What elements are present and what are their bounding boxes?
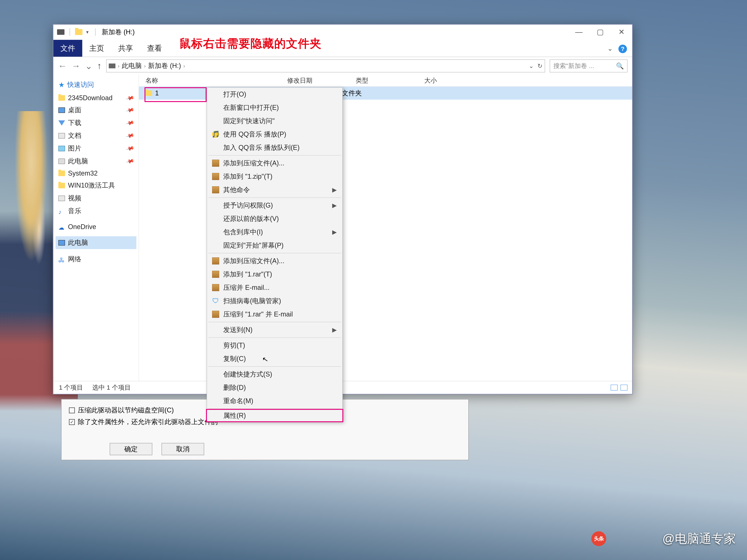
cancel-button[interactable]: 取消 — [161, 443, 204, 455]
sidebar-quick-access[interactable]: ★ 快速访问 — [56, 78, 136, 91]
address-dropdown-icon[interactable]: ⌄ — [529, 62, 534, 70]
menu-item-icon — [212, 173, 219, 180]
status-bar: 1 个项目 选中 1 个项目 — [53, 381, 632, 394]
up-button[interactable]: ↑ — [97, 61, 102, 71]
menu-item[interactable]: 发送到(N)▶ — [207, 323, 342, 337]
menu-item[interactable]: 其他命令▶ — [207, 183, 342, 196]
sidebar-item[interactable]: WIN10激活工具 — [56, 179, 136, 192]
menu-item-label: 还原以前的版本(V) — [223, 214, 279, 223]
menu-item[interactable]: 授予访问权限(G)▶ — [207, 199, 342, 212]
sidebar-item[interactable]: 桌面📌 — [56, 104, 136, 116]
menu-item[interactable]: 固定到"开始"屏幕(P) — [207, 239, 342, 252]
sidebar-item-label: 桌面 — [68, 106, 81, 115]
pic-icon — [58, 146, 65, 151]
close-button[interactable]: ✕ — [611, 25, 632, 39]
help-icon[interactable]: ? — [618, 45, 627, 53]
menu-item[interactable]: 创建快捷方式(S) — [207, 368, 342, 381]
sidebar-item[interactable]: 图片📌 — [56, 142, 136, 155]
sidebar-thispc[interactable]: 此电脑 — [56, 236, 136, 249]
sidebar-item[interactable]: 此电脑📌 — [56, 155, 136, 167]
ribbon-tab-home[interactable]: 主页 — [82, 40, 111, 57]
forward-button[interactable]: → — [72, 61, 80, 71]
search-input[interactable]: 搜索"新加卷 ... 🔍 — [550, 59, 627, 73]
search-placeholder: 搜索"新加卷 ... — [553, 62, 594, 70]
menu-item[interactable]: 🛡扫描病毒(电脑管家) — [207, 294, 342, 308]
sidebar-network[interactable]: 🖧 网络 — [56, 253, 136, 266]
sidebar-item[interactable]: System32 — [56, 167, 136, 179]
menu-item[interactable]: 属性(R) — [206, 409, 343, 422]
menu-item[interactable]: 删除(D) — [207, 381, 342, 394]
menu-item[interactable]: 固定到"快速访问" — [207, 114, 342, 128]
menu-item[interactable]: 重命名(M) — [207, 394, 342, 407]
column-headers: 名称 修改日期 类型 大小 — [139, 75, 632, 87]
menu-item[interactable]: 在新窗口中打开(E) — [207, 101, 342, 114]
menu-item[interactable]: 包含到库中(I)▶ — [207, 225, 342, 239]
star-icon: ★ — [58, 81, 65, 89]
minimize-button[interactable]: — — [568, 25, 590, 39]
maximize-button[interactable]: ▢ — [590, 25, 611, 39]
menu-item[interactable]: 🎵使用 QQ音乐 播放(P) — [207, 128, 342, 141]
menu-item[interactable]: 添加到压缩文件(A)... — [207, 157, 342, 170]
menu-item[interactable]: 还原以前的版本(V) — [207, 212, 342, 225]
menu-item-label: 压缩并 E-mail... — [223, 283, 269, 292]
sidebar-item-label: System32 — [68, 169, 98, 177]
menu-item-label: 剪切(T) — [223, 341, 245, 350]
qat-dropdown-icon[interactable]: ▾ — [86, 29, 88, 35]
col-name[interactable]: 名称 — [139, 76, 283, 85]
breadcrumb-drive[interactable]: 新加卷 (H:) — [148, 61, 181, 70]
sidebar-item[interactable]: 下载📌 — [56, 116, 136, 129]
menu-item[interactable]: 压缩并 E-mail... — [207, 281, 342, 294]
ok-button[interactable]: 确定 — [110, 443, 152, 455]
pin-icon: 📌 — [126, 157, 135, 166]
sidebar-item[interactable]: 视频 — [56, 192, 136, 205]
menu-item-label: 扫描病毒(电脑管家) — [223, 296, 281, 305]
sidebar-item-label: 音乐 — [68, 207, 81, 216]
sidebar-item-label: 视频 — [68, 194, 81, 203]
ribbon-file-tab[interactable]: 文件 — [53, 40, 82, 57]
menu-item[interactable]: 复制(C) — [207, 352, 342, 365]
refresh-button[interactable]: ↻ — [538, 62, 542, 70]
col-type[interactable]: 类型 — [352, 76, 420, 85]
menu-item[interactable]: 打开(O) — [207, 87, 342, 101]
menu-item-label: 添加到压缩文件(A)... — [223, 159, 284, 168]
navbar: ← → ⌄ ↑ › 此电脑 › 新加卷 (H:) › ⌄ ↻ 搜索"新加卷 ..… — [53, 57, 632, 75]
menu-item-icon — [212, 311, 219, 318]
menu-item-label: 包含到库中(I) — [223, 228, 263, 237]
monitor-icon — [58, 107, 65, 113]
recent-dropdown-icon[interactable]: ⌄ — [85, 61, 93, 71]
separator — [70, 28, 70, 36]
menu-item-icon — [212, 215, 219, 222]
menu-item[interactable]: 添加到 "1.rar"(T) — [207, 268, 342, 281]
breadcrumb-thispc[interactable]: 此电脑 — [122, 61, 142, 70]
menu-item-label: 添加到 "1.rar"(T) — [223, 270, 272, 279]
back-button[interactable]: ← — [58, 61, 67, 71]
ribbon-tab-share[interactable]: 共享 — [111, 40, 140, 57]
view-details-icon[interactable] — [611, 384, 618, 391]
network-icon: 🖧 — [58, 257, 65, 262]
pin-icon: 📌 — [126, 94, 135, 103]
ribbon-expand-icon[interactable]: ⌄ — [607, 45, 613, 53]
watermark-author: @电脑通专家 — [662, 530, 736, 547]
watermark-logo: 头条 — [591, 531, 606, 546]
col-date[interactable]: 修改日期 — [283, 76, 352, 85]
sidebar-item[interactable]: 2345Download📌 — [56, 92, 136, 104]
col-size[interactable]: 大小 — [420, 76, 472, 85]
sidebar-onedrive[interactable]: ☁ OneDrive — [56, 221, 136, 233]
menu-item-icon — [212, 412, 219, 419]
drive-icon — [109, 63, 115, 68]
ribbon-tab-view[interactable]: 查看 — [140, 40, 169, 57]
menu-item-label: 授予访问权限(G) — [223, 201, 273, 210]
menu-item[interactable]: 剪切(T) — [207, 339, 342, 352]
sidebar-item[interactable]: 文档📌 — [56, 129, 136, 142]
menu-item[interactable]: 加入 QQ音乐 播放队列(E) — [207, 141, 342, 154]
menu-item-icon: 🛡 — [212, 297, 219, 304]
menu-item[interactable]: 添加到压缩文件(A)... — [207, 254, 342, 268]
pin-icon: 📌 — [126, 118, 135, 127]
address-bar[interactable]: › 此电脑 › 新加卷 (H:) › ⌄ ↻ — [106, 59, 545, 73]
view-large-icon[interactable] — [620, 384, 627, 391]
menu-item[interactable]: 添加到 "1.zip"(T) — [207, 170, 342, 183]
menu-separator — [208, 366, 341, 367]
menu-item[interactable]: 压缩到 "1.rar" 并 E-mail — [207, 308, 342, 321]
explorer-window: ▾ 新加卷 (H:) — ▢ ✕ 文件 主页 共享 查看 鼠标右击需要隐藏的文件… — [53, 24, 633, 395]
sidebar-item[interactable]: ♪音乐 — [56, 205, 136, 217]
